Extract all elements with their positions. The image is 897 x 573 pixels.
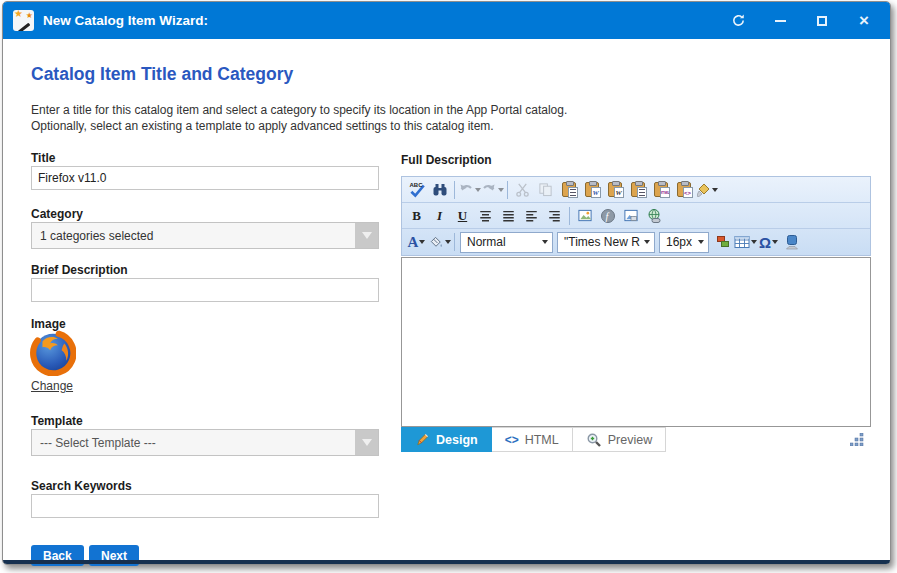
format-stripper-icon[interactable] [695, 179, 718, 201]
maximize-button[interactable] [814, 13, 830, 29]
combo-arrow-icon[interactable] [355, 430, 378, 455]
resize-grip-icon[interactable] [850, 433, 864, 446]
align-right-icon[interactable] [543, 205, 566, 227]
css-blocks-icon[interactable] [711, 231, 734, 253]
brief-description-input[interactable] [31, 278, 379, 302]
maximize-icon [817, 16, 827, 26]
cut-icon[interactable] [511, 179, 534, 201]
category-dropdown[interactable]: 1 categories selected [31, 222, 379, 249]
tab-design-label: Design [436, 433, 478, 447]
spellcheck-icon[interactable]: ABC [405, 179, 428, 201]
redo-icon[interactable] [481, 179, 504, 201]
close-icon: × [859, 13, 869, 29]
tab-preview-label: Preview [608, 433, 652, 447]
flash-manager-icon[interactable]: f [596, 205, 619, 227]
full-description-label: Full Description [401, 153, 492, 167]
paste-as-html-icon[interactable]: HTML [649, 179, 672, 201]
underline-icon[interactable]: U [451, 205, 474, 227]
paste-markup-icon[interactable]: <> [672, 179, 695, 201]
hyperlink-manager-icon[interactable] [642, 205, 665, 227]
intro-line-2: Optionally, select an existing a templat… [31, 118, 567, 134]
separator [454, 181, 455, 199]
template-value: --- Select Template --- [40, 436, 156, 450]
wizard-icon: ★ ★ [13, 10, 34, 31]
intro-text: Enter a title for this catalog item and … [31, 102, 567, 134]
font-name-value: "Times New R... [564, 235, 640, 249]
insert-symbol-dropdown-icon[interactable] [772, 240, 778, 244]
pencil-icon [415, 432, 430, 447]
italic-icon[interactable]: I [428, 205, 451, 227]
font-name-select[interactable]: "Times New R... [557, 232, 655, 253]
code-icon: <> [505, 433, 519, 447]
refresh-icon[interactable] [730, 13, 746, 29]
paste-plain-text-icon[interactable] [626, 179, 649, 201]
background-color-icon[interactable] [428, 231, 451, 253]
wand-glyph [17, 23, 31, 31]
paste-from-word-icon[interactable]: W [580, 179, 603, 201]
page-title: Catalog Item Title and Category [31, 64, 293, 85]
font-size-value: 16px [666, 235, 692, 249]
editor-mode-tabs: Design <> HTML Preview [401, 427, 666, 452]
template-manager-icon[interactable] [619, 205, 642, 227]
font-size-select[interactable]: 16px [659, 232, 709, 253]
editor-toolbar: ABC [401, 176, 871, 256]
intro-line-1: Enter a title for this catalog item and … [31, 102, 567, 118]
font-color-icon[interactable]: A [405, 231, 428, 253]
paragraph-style-select[interactable]: Normal [460, 232, 553, 253]
toolbar-row-1: ABC [402, 177, 870, 203]
template-dropdown[interactable]: --- Select Template --- [31, 429, 379, 456]
format-stripper-dropdown-icon[interactable] [712, 188, 718, 192]
image-label: Image [31, 317, 66, 331]
justify-icon[interactable] [497, 205, 520, 227]
paste-from-word-nofont-icon[interactable]: W [603, 179, 626, 201]
titlebar: ★ ★ New Catalog Item Wizard: × [3, 2, 890, 39]
window-title: New Catalog Item Wizard: [43, 13, 208, 28]
title-label: Title [31, 151, 55, 165]
separator [569, 207, 570, 225]
paragraph-style-value: Normal [467, 235, 506, 249]
combo-arrow-icon[interactable] [355, 223, 378, 248]
bold-icon[interactable]: B [405, 205, 428, 227]
template-label: Template [31, 414, 83, 428]
toolbar-row-3: A Normal "Times New R... 16px [402, 229, 870, 255]
find-icon[interactable] [428, 179, 451, 201]
copy-icon[interactable] [534, 179, 557, 201]
wizard-window: ★ ★ New Catalog Item Wizard: × Catalog I… [2, 1, 891, 565]
background-color-dropdown-icon[interactable] [445, 240, 451, 244]
change-image-link[interactable]: Change [31, 379, 73, 393]
redo-dropdown-icon[interactable] [498, 188, 504, 192]
align-left-icon[interactable] [520, 205, 543, 227]
tab-design[interactable]: Design [401, 427, 492, 452]
tab-html-label: HTML [525, 433, 559, 447]
full-description-editor[interactable] [401, 257, 871, 427]
brief-description-label: Brief Description [31, 263, 128, 277]
tab-preview[interactable]: Preview [573, 427, 666, 452]
magnifier-icon [586, 432, 602, 448]
separator [507, 181, 508, 199]
minimize-button[interactable] [772, 13, 788, 29]
search-keywords-input[interactable] [31, 494, 379, 518]
category-label: Category [31, 207, 83, 221]
window-bottom-edge [3, 560, 890, 564]
insert-symbol-icon[interactable]: Ω [757, 231, 780, 253]
star-glyph: ★ [14, 10, 23, 19]
separator [454, 233, 455, 251]
title-input[interactable] [31, 166, 379, 190]
font-color-dropdown-icon[interactable] [419, 240, 425, 244]
close-button[interactable]: × [856, 13, 872, 29]
image-manager-icon[interactable] [573, 205, 596, 227]
firefox-logo [30, 330, 76, 376]
undo-icon[interactable] [458, 179, 481, 201]
toolbar-row-2: B I U f [402, 203, 870, 229]
insert-table-icon[interactable] [734, 231, 757, 253]
category-value: 1 categories selected [40, 229, 153, 243]
search-keywords-label: Search Keywords [31, 479, 132, 493]
star-glyph: ★ [26, 11, 33, 20]
align-center-icon[interactable] [474, 205, 497, 227]
module-manager-icon[interactable] [780, 231, 803, 253]
paste-icon[interactable] [557, 179, 580, 201]
tab-html[interactable]: <> HTML [492, 427, 573, 452]
window-controls: × [730, 13, 880, 29]
minimize-icon [775, 20, 786, 22]
